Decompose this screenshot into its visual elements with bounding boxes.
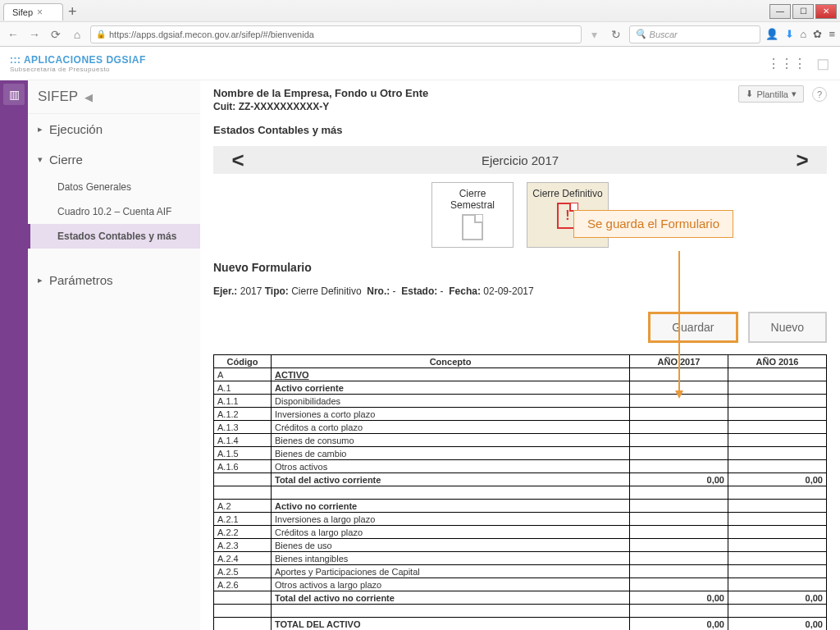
browser-tab[interactable]: Sifep × (3, 3, 63, 21)
nav-cuadro-102[interactable]: Cuadro 10.2 – Cuenta AIF (28, 199, 200, 224)
app-logo: ::: APLICACIONES DGSIAF Subsecretaría de… (10, 54, 146, 73)
table-header-row: Código Concepto AÑO 2017 AÑO 2016 (214, 355, 827, 368)
table-row[interactable]: A.1.5Bienes de cambio (214, 447, 827, 460)
table-row[interactable]: TOTAL DEL ACTIVO0,000,00 (214, 618, 827, 631)
table-row[interactable]: A.2.1Inversiones a largo plazo (214, 513, 827, 526)
download-icon: ⬇ (746, 89, 753, 99)
table-row[interactable]: A.2.2Créditos a largo plazo (214, 526, 827, 539)
annotation-arrow (678, 251, 680, 397)
main-content: ⬇ Plantilla ▾ ? Nombre de la Empresa, Fo… (200, 80, 840, 630)
sidebar-title-text: SIFEP (38, 89, 78, 105)
card-cierre-semestral[interactable]: Cierre Semestral (431, 182, 514, 248)
card-label: Cierre Definitivo (531, 188, 605, 199)
logo-subtext: Subsecretaría de Presupuesto (10, 66, 146, 73)
sidebar-title[interactable]: SIFEP ◀ (28, 80, 200, 114)
search-placeholder: Buscar (650, 30, 678, 39)
table-row[interactable]: A.2.3Bienes de uso (214, 539, 827, 552)
nav-label: Ejecución (49, 122, 103, 136)
caret-right-icon (38, 275, 43, 285)
cuit: Cuit: ZZ-XXXXXXXXXX-Y (213, 101, 827, 112)
back-icon[interactable]: ← (5, 26, 21, 43)
home2-icon[interactable]: ⌂ (801, 28, 807, 40)
maximize-button[interactable]: ☐ (792, 4, 814, 19)
reload2-icon[interactable]: ↻ (608, 26, 624, 43)
app-body: ▥ SIFEP ◀ Ejecución Cierre Datos General… (0, 80, 840, 630)
estados-table: Código Concepto AÑO 2017 AÑO 2016 AACTIV… (213, 354, 827, 630)
url-input[interactable]: 🔒 https://apps.dgsiaf.mecon.gov.ar/sifep… (90, 25, 582, 43)
toolbar-icons: 👤 ⬇ ⌂ ✿ ≡ (765, 28, 835, 40)
table-row[interactable]: A.2.4Bienes intangibles (214, 552, 827, 565)
card-label: Cierre Semestral (436, 188, 509, 211)
section-title: Estados Contables y más (213, 124, 827, 136)
nav-datos-generales[interactable]: Datos Generales (28, 175, 200, 199)
table-row[interactable]: A.2.6Otros activos a largo plazo (214, 578, 827, 591)
table-row[interactable]: A.1.2Inversiones a corto plazo (214, 408, 827, 421)
nav-estados-contables[interactable]: Estados Contables y más (28, 224, 200, 249)
main-top-right: ⬇ Plantilla ▾ ? (738, 85, 827, 103)
th-year2: AÑO 2016 (728, 355, 827, 368)
apps-grid-icon[interactable]: ⋮⋮⋮ (767, 56, 806, 71)
table-row[interactable] (214, 486, 827, 500)
table-row[interactable]: A.1.4Bienes de consumo (214, 434, 827, 447)
caret-down-icon (38, 154, 43, 165)
prev-ejercicio-button[interactable]: < (213, 148, 262, 173)
header-right: ⋮⋮⋮ ◻ (767, 53, 830, 73)
browser-chrome: Sifep × + — ☐ ✕ ← → ⟳ ⌂ 🔒 https://apps.d… (0, 0, 840, 47)
form-meta: Ejer.: 2017 Tipo: Cierre Definitivo Nro.… (213, 285, 827, 297)
chevron-down-icon: ▾ (792, 89, 797, 99)
table-row[interactable]: A.1.6Otros activos (214, 460, 827, 473)
table-row[interactable]: AACTIVO (214, 368, 827, 381)
plantilla-label: Plantilla (756, 89, 788, 99)
annotation-callout: Se guarda el Formulario (573, 210, 733, 238)
minimize-button[interactable]: — (769, 4, 791, 19)
close-icon[interactable]: × (37, 7, 43, 18)
action-row: Guardar Nuevo (213, 312, 827, 343)
table-row[interactable]: A.2.5Aportes y Participaciones de Capita… (214, 565, 827, 578)
caret-right-icon (38, 124, 43, 135)
search-input[interactable]: 🔍 Buscar (629, 25, 760, 43)
ejercicio-label: Ejercicio 2017 (482, 153, 559, 167)
new-tab-button[interactable]: + (68, 3, 77, 21)
nav-label: Cierre (49, 153, 83, 167)
ext-icon[interactable]: ✿ (813, 28, 822, 40)
plantilla-button[interactable]: ⬇ Plantilla ▾ (738, 85, 804, 103)
collapse-icon: ◀ (84, 91, 93, 103)
address-bar: ← → ⟳ ⌂ 🔒 https://apps.dgsiaf.mecon.gov.… (0, 21, 840, 46)
self-icon[interactable]: 👤 (765, 28, 778, 40)
download-icon[interactable]: ⬇ (785, 28, 794, 40)
forward-icon[interactable]: → (26, 26, 43, 43)
table-row[interactable]: Total del activo corriente0,000,00 (214, 473, 827, 486)
logo-text: ::: APLICACIONES DGSIAF (10, 54, 146, 66)
table-row[interactable]: Total del activo no corriente0,000,00 (214, 591, 827, 605)
tab-title: Sifep (12, 7, 33, 17)
table-row[interactable]: A.1.3Créditos a corto plazo (214, 421, 827, 434)
sidebar: ▥ SIFEP ◀ Ejecución Cierre Datos General… (0, 80, 200, 630)
help-icon[interactable]: ? (812, 87, 827, 102)
menu-icon[interactable]: ≡ (829, 28, 835, 40)
next-ejercicio-button[interactable]: > (778, 148, 827, 173)
nuevo-button[interactable]: Nuevo (748, 312, 827, 343)
table-row[interactable]: A.1Activo corriente (214, 381, 827, 395)
table-row[interactable] (214, 605, 827, 618)
table-row[interactable]: A.2Activo no corriente (214, 500, 827, 513)
reader-icon[interactable]: ▾ (587, 26, 603, 43)
reload-icon[interactable]: ⟳ (48, 26, 64, 43)
nav-cierre[interactable]: Cierre (28, 144, 200, 175)
close-window-button[interactable]: ✕ (815, 4, 837, 19)
th-concepto: Concepto (272, 355, 630, 368)
url-text: https://apps.dgsiaf.mecon.gov.ar/sifep/#… (109, 30, 314, 39)
sidebar-rail: ▥ (0, 80, 28, 630)
table-row[interactable]: A.1.1Disponibilidades (214, 395, 827, 408)
nav-ejecucion[interactable]: Ejecución (28, 114, 200, 144)
window-controls: — ☐ ✕ (768, 4, 837, 19)
home-icon[interactable]: ⌂ (69, 26, 85, 43)
cierre-cards: Cierre Semestral Cierre Definitivo (213, 182, 827, 248)
company-name: Nombre de la Empresa, Fondo u Otro Ente (213, 87, 827, 99)
document-icon (462, 214, 483, 240)
nav-parametros[interactable]: Parámetros (28, 265, 200, 295)
chart-icon[interactable]: ▥ (3, 84, 25, 105)
app-header: ::: APLICACIONES DGSIAF Subsecretaría de… (0, 47, 840, 80)
bookmark-icon[interactable]: ◻ (816, 53, 830, 73)
guardar-button[interactable]: Guardar (648, 312, 737, 343)
form-title: Nuevo Formulario (213, 261, 827, 274)
